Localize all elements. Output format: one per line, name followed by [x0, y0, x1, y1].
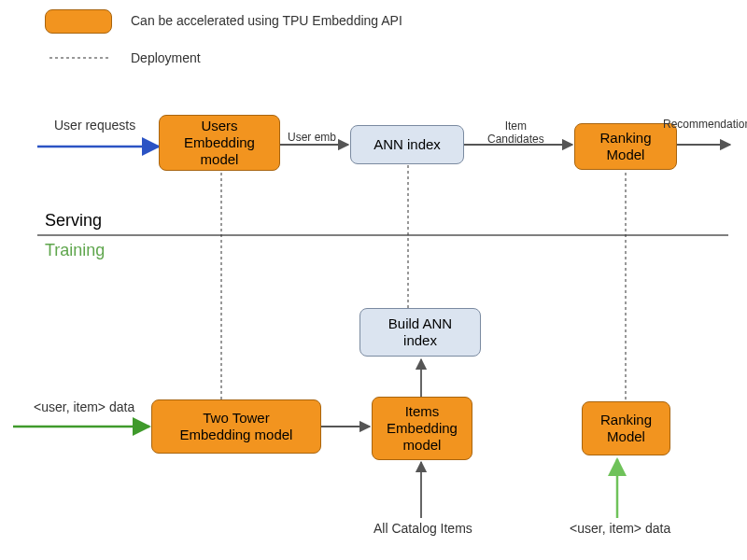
legend-swatch-label: Can be accelerated using TPU Embedding A… — [131, 13, 402, 28]
two-tower-label: Two TowerEmbedding model — [180, 410, 293, 443]
items-embedding-label: ItemsEmbeddingmodel — [387, 403, 458, 454]
legend-swatch — [45, 9, 112, 34]
ranking-input-label: <user, item> data — [570, 521, 670, 536]
user-requests-label: User requests — [54, 118, 135, 133]
build-ann-label: Build ANNindex — [388, 315, 452, 349]
ranking-model-training-box: RankingModel — [582, 401, 670, 455]
serving-section-label: Serving — [45, 211, 102, 231]
diagram-canvas — [0, 0, 747, 560]
users-embedding-label: UsersEmbeddingmodel — [184, 118, 255, 168]
recommendations-label: Recommendations — [663, 118, 747, 131]
ann-index-box: ANN index — [350, 125, 464, 164]
build-ann-box: Build ANNindex — [359, 308, 481, 357]
catalog-items-label: All Catalog Items — [374, 521, 472, 536]
user-emb-label: User emb — [288, 131, 336, 144]
ann-index-label: ANN index — [374, 136, 441, 153]
item-candidates-label: ItemCandidates — [487, 119, 544, 146]
ranking-model-training-label: RankingModel — [600, 412, 652, 445]
ranking-model-serving-box: RankingModel — [574, 123, 677, 170]
legend-dashed-label: Deployment — [131, 50, 201, 65]
ranking-model-serving-label: RankingModel — [599, 130, 651, 163]
two-tower-box: Two TowerEmbedding model — [151, 399, 321, 454]
users-embedding-box: UsersEmbeddingmodel — [159, 115, 280, 171]
items-embedding-box: ItemsEmbeddingmodel — [372, 397, 472, 460]
user-item-data-label: <user, item> data — [34, 399, 134, 414]
training-section-label: Training — [45, 241, 105, 260]
